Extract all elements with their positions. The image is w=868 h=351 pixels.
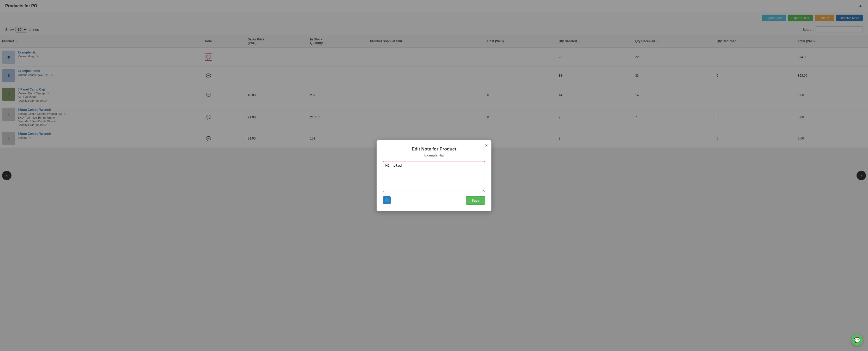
- modal-footer: 🌐 Save: [383, 196, 485, 205]
- modal-subtitle: Example Hat: [383, 153, 485, 157]
- modal-overlay: × Edit Note for Product Example Hat MC n…: [0, 0, 868, 351]
- save-note-button[interactable]: Save: [466, 196, 485, 205]
- chat-fab-button[interactable]: 💬: [851, 334, 863, 346]
- modal-title: Edit Note for Product: [383, 147, 485, 152]
- note-textarea[interactable]: MC noted: [383, 161, 485, 192]
- chat-fab-icon: 💬: [854, 337, 861, 343]
- translate-icon[interactable]: 🌐: [383, 196, 391, 204]
- edit-note-modal: × Edit Note for Product Example Hat MC n…: [377, 140, 491, 211]
- modal-close-button[interactable]: ×: [485, 143, 488, 148]
